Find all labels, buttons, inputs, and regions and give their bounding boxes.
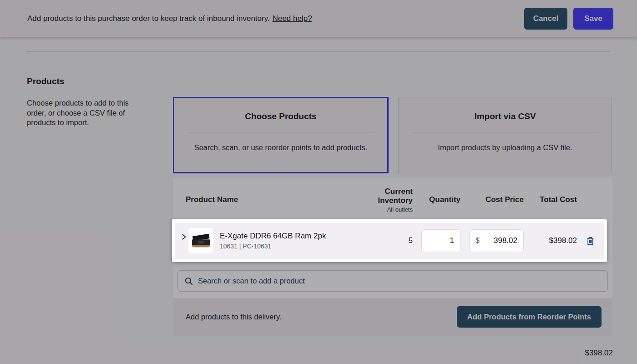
- quantity-input[interactable]: [421, 229, 460, 252]
- card-import-csv-title: Import via CSV: [474, 111, 536, 121]
- order-total: $398.02: [585, 349, 613, 358]
- panel-footer: Add products to this delivery. Add Produ…: [173, 298, 612, 336]
- product-name-cell: E-Xgate DDR6 64GB Ram 2pk 10631 | PC-106…: [213, 232, 370, 250]
- card-choose-products[interactable]: Choose Products Search, scan, or use reo…: [173, 97, 389, 173]
- purchase-order-screen: Add products to this purchase order to k…: [0, 0, 637, 364]
- delivery-note: Add products to this delivery.: [186, 313, 282, 321]
- product-name: E-Xgate DDR6 64GB Ram 2pk: [220, 232, 370, 241]
- card-import-csv-subtitle: Import products by uploading a CSV file.: [438, 143, 572, 152]
- product-table-row[interactable]: E-Xgate DDR6 64GB Ram 2pk 10631 | PC-106…: [172, 219, 607, 262]
- card-choose-products-subtitle: Search, scan, or use reorder points to a…: [194, 143, 368, 152]
- cost-price-field[interactable]: $: [469, 229, 524, 252]
- table-header-row: Product Name Current Inventory All outle…: [173, 178, 612, 218]
- top-action-bar: Add products to this purchase order to k…: [0, 0, 637, 37]
- trash-icon: [586, 237, 594, 245]
- header-product-name: Product Name: [186, 195, 370, 204]
- card-divider: [411, 132, 599, 132]
- product-image: [188, 228, 213, 253]
- delete-row-button[interactable]: [586, 237, 594, 245]
- add-from-reorder-points-button[interactable]: Add Products from Reorder Points: [457, 306, 602, 328]
- current-inventory-value: 5: [370, 236, 413, 245]
- cost-price-input[interactable]: [480, 236, 517, 245]
- product-search-bar: [177, 270, 608, 292]
- ram-product-image: [190, 230, 211, 251]
- need-help-link[interactable]: Need help?: [273, 14, 312, 23]
- section-divider: [27, 51, 610, 52]
- product-sku: 10631 | PC-10631: [220, 243, 370, 250]
- header-total-cost: Total Cost: [524, 195, 577, 204]
- chevron-right-icon[interactable]: [180, 233, 188, 240]
- card-choose-products-title: Choose Products: [245, 111, 316, 121]
- cancel-button[interactable]: Cancel: [524, 8, 567, 30]
- header-current-inventory: Current Inventory All outlets: [370, 187, 413, 213]
- search-icon: [185, 277, 193, 285]
- products-table-panel: Product Name Current Inventory All outle…: [173, 178, 612, 336]
- currency-symbol: $: [475, 237, 480, 245]
- products-section-intro: Products Choose products to add to this …: [27, 76, 142, 128]
- search-input[interactable]: [198, 277, 601, 285]
- header-all-outlets: All outlets: [370, 206, 413, 213]
- header-quantity: Quantity: [413, 195, 460, 204]
- card-import-csv[interactable]: Import via CSV Import products by upload…: [398, 97, 612, 173]
- products-section-title: Products: [27, 76, 142, 86]
- header-cost-price: Cost Price: [460, 195, 524, 204]
- total-cost-value: $398.02: [524, 236, 577, 245]
- card-divider: [187, 132, 374, 132]
- topbar-message: Add products to this purchase order to k…: [27, 14, 270, 23]
- add-method-cards: Choose Products Search, scan, or use reo…: [173, 97, 612, 173]
- save-button[interactable]: Save: [573, 8, 613, 30]
- products-section-description: Choose products to add to this order, or…: [27, 98, 142, 128]
